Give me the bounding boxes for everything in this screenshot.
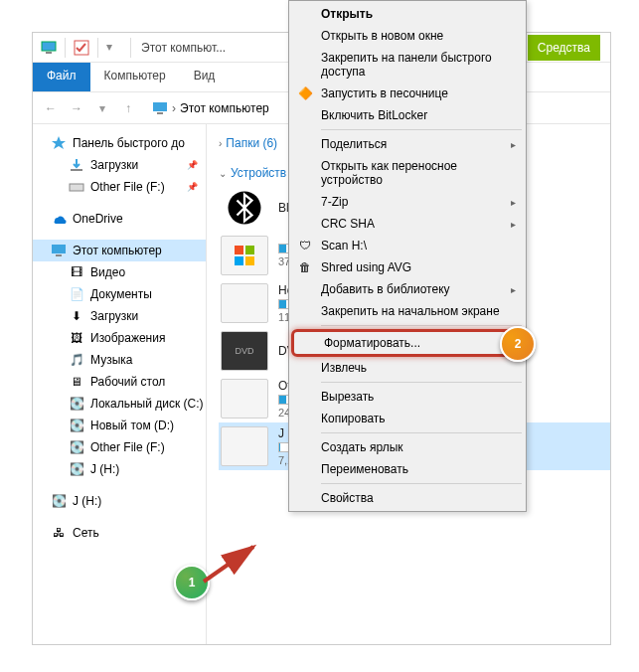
dropdown-icon[interactable]: ▾ — [106, 40, 122, 56]
sidebar-item-drive-c[interactable]: 💽Локальный диск (C:) — [33, 393, 206, 415]
svg-rect-10 — [235, 246, 243, 254]
drive-icon — [221, 379, 268, 419]
tab-file[interactable]: Файл — [33, 63, 90, 91]
submenu-arrow-icon: ▸ — [511, 219, 516, 230]
pin-icon: 📌 — [187, 182, 198, 192]
sandbox-icon: 🔶 — [297, 85, 313, 101]
sidebar-this-pc[interactable]: Этот компьютер — [33, 240, 206, 261]
nav-up-button[interactable]: ↑ — [118, 98, 138, 118]
menu-pin-start[interactable]: Закрепить на начальном экране — [291, 300, 524, 322]
sidebar-item-pictures[interactable]: 🖼Изображения — [33, 327, 206, 349]
menu-bitlocker[interactable]: Включить BitLocker — [291, 104, 524, 126]
submenu-arrow-icon: ▸ — [511, 284, 516, 295]
menu-pin-quick-access[interactable]: Закрепить на панели быстрого доступа — [291, 47, 524, 83]
sidebar-item-other-file[interactable]: Other File (F:) 📌 — [33, 176, 206, 198]
menu-7zip[interactable]: 7-Zip▸ — [291, 191, 524, 213]
music-icon: 🎵 — [69, 352, 84, 368]
sidebar-item-drive-f[interactable]: 💽Other File (F:) — [33, 436, 206, 458]
menu-properties[interactable]: Свойства — [291, 487, 524, 509]
drive-icon: 💽 — [69, 439, 84, 455]
breadcrumb[interactable]: › Этот компьютер — [152, 100, 269, 116]
network-icon: 🖧 — [51, 525, 67, 541]
sidebar-item-documents[interactable]: 📄Документы — [33, 283, 206, 305]
video-icon: 🎞 — [69, 264, 84, 280]
sidebar-j-drive[interactable]: 💽J (H:) — [33, 490, 206, 512]
pc-icon — [41, 40, 57, 56]
nav-back-button[interactable]: ← — [41, 98, 61, 118]
sidebar-quick-access[interactable]: Панель быстрого до — [33, 132, 206, 154]
nav-forward-button[interactable]: → — [67, 98, 86, 118]
sidebar-onedrive[interactable]: OneDrive — [33, 208, 206, 230]
svg-rect-7 — [52, 245, 66, 253]
menu-separator — [321, 129, 522, 130]
download-icon — [69, 157, 84, 173]
picture-icon: 🖼 — [69, 330, 84, 346]
separator — [65, 38, 66, 58]
sidebar-item-desktop[interactable]: 🖥Рабочий стол — [33, 371, 206, 393]
menu-open-new-window[interactable]: Открыть в новом окне — [291, 25, 524, 47]
drive-icon — [69, 179, 84, 195]
star-icon — [51, 135, 67, 151]
menu-crc-sha[interactable]: CRC SHA▸ — [291, 213, 524, 235]
sidebar-item-downloads2[interactable]: ⬇Загрузки — [33, 305, 206, 327]
download-icon: ⬇ — [69, 308, 84, 324]
svg-rect-11 — [245, 246, 254, 254]
menu-cut[interactable]: Вырезать — [291, 386, 524, 408]
drive-icon: 💽 — [51, 493, 67, 509]
drive-icon: 💽 — [69, 396, 84, 412]
svg-rect-4 — [157, 112, 163, 114]
separator — [130, 38, 131, 58]
document-icon: 📄 — [69, 286, 84, 302]
drive-icon — [221, 283, 268, 323]
svg-rect-0 — [42, 42, 56, 51]
sidebar-item-downloads[interactable]: Загрузки 📌 — [33, 154, 206, 176]
annotation-badge-1: 1 — [174, 565, 210, 600]
sidebar-item-music[interactable]: 🎵Музыка — [33, 349, 206, 371]
menu-open-portable[interactable]: Открыть как переносное устройство — [291, 155, 524, 191]
menu-share[interactable]: Поделиться▸ — [291, 133, 524, 155]
breadcrumb-location[interactable]: Этот компьютер — [180, 101, 269, 115]
svg-rect-5 — [71, 169, 82, 171]
context-menu: Открыть Открыть в новом окне Закрепить н… — [288, 0, 527, 512]
checkbox-icon[interactable] — [74, 40, 89, 56]
menu-create-shortcut[interactable]: Создать ярлык — [291, 436, 524, 458]
sidebar-item-drive-d[interactable]: 💽Новый том (D:) — [33, 415, 206, 436]
menu-add-library[interactable]: Добавить в библиотеку▸ — [291, 278, 524, 300]
sidebar: Панель быстрого до Загрузки 📌 Other File… — [33, 124, 207, 644]
menu-open[interactable]: Открыть — [291, 3, 524, 25]
drive-icon: 💽 — [69, 461, 84, 477]
ribbon-tools-label[interactable]: Средства — [528, 35, 600, 61]
pc-icon — [152, 100, 168, 116]
menu-separator — [321, 325, 522, 326]
window-title: Этот компьют... — [141, 41, 226, 55]
desktop-icon: 🖥 — [69, 374, 84, 390]
pc-icon — [51, 243, 67, 258]
svg-rect-12 — [235, 256, 243, 265]
sidebar-network[interactable]: 🖧Сеть — [33, 522, 206, 544]
chevron-right-icon: › — [219, 138, 222, 149]
drive-icon — [221, 426, 268, 466]
menu-separator — [321, 483, 522, 484]
svg-rect-3 — [153, 102, 167, 111]
separator — [97, 38, 98, 58]
shred-icon: 🗑 — [297, 259, 313, 275]
menu-scan[interactable]: 🛡Scan H:\ — [291, 235, 524, 256]
menu-format[interactable]: Форматировать... — [291, 329, 524, 357]
sidebar-item-drive-h[interactable]: 💽J (H:) — [33, 458, 206, 480]
menu-separator — [321, 432, 522, 433]
menu-run-sandbox[interactable]: 🔶Запустить в песочнице — [291, 83, 524, 104]
tab-computer[interactable]: Компьютер — [90, 63, 180, 91]
nav-recent-dropdown[interactable]: ▾ — [92, 98, 112, 118]
scan-icon: 🛡 — [297, 238, 313, 253]
menu-eject[interactable]: Извлечь — [291, 357, 524, 379]
menu-rename[interactable]: Переименовать — [291, 458, 524, 480]
drive-icon: 💽 — [69, 418, 84, 433]
submenu-arrow-icon: ▸ — [511, 139, 516, 150]
menu-copy[interactable]: Копировать — [291, 408, 524, 429]
submenu-arrow-icon: ▸ — [511, 197, 516, 208]
menu-shred[interactable]: 🗑Shred using AVG — [291, 256, 524, 278]
svg-rect-13 — [245, 256, 254, 265]
tab-view[interactable]: Вид — [180, 63, 230, 91]
menu-separator — [321, 382, 522, 383]
sidebar-item-videos[interactable]: 🎞Видео — [33, 261, 206, 283]
